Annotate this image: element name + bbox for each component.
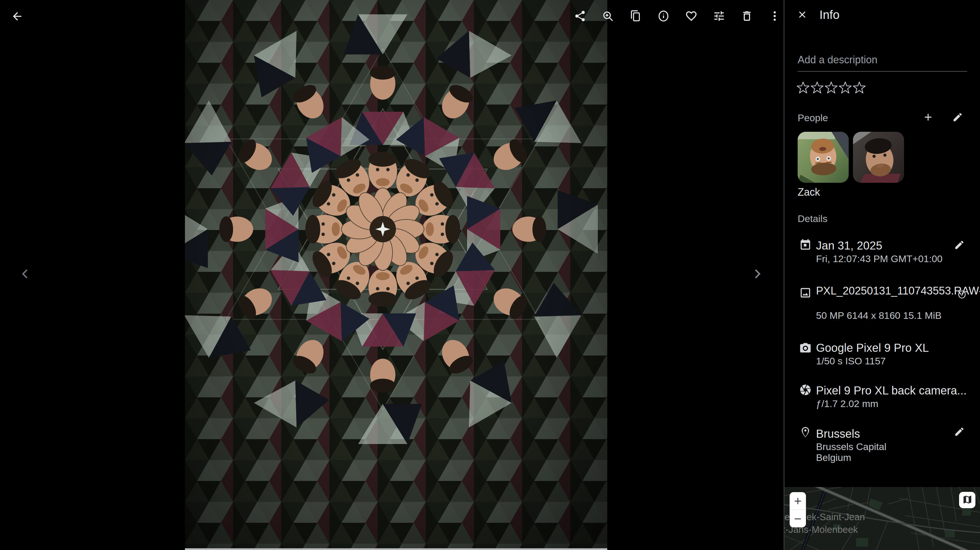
info-panel: Info People [784,0,980,550]
delete-icon [741,10,753,23]
back-button[interactable] [10,10,24,23]
close-icon [797,9,808,20]
file-specs-value: 50 MP 6144 x 8160 15.1 MiB [816,310,942,321]
edit-people-button[interactable] [951,110,964,124]
add-person-button[interactable] [921,110,935,124]
location-country-value: Belgium [816,452,851,463]
star-outline-icon[interactable] [825,81,838,96]
more-options-button[interactable] [768,10,781,23]
photo-toolbar [573,10,781,23]
exposure-value: 1/50 s ISO 1157 [816,355,886,367]
edit-location-button[interactable] [953,425,966,439]
pencil-icon [954,426,965,437]
description-input[interactable] [798,54,967,71]
close-info-button[interactable] [796,8,808,21]
zoom-in-icon [601,10,614,23]
location-map[interactable]: e ek-Saint-Jean t-Jans-Molenbeek + − [784,487,980,550]
lens-value: Pixel 9 Pro XL back camera... [816,384,967,397]
info-button[interactable] [657,10,670,23]
map-zoom-in-button[interactable]: + [790,492,806,510]
star-outline-icon[interactable] [797,81,810,96]
info-icon [957,290,967,299]
location-region-value: Brussels Capital [816,441,886,452]
tune-button[interactable] [712,10,726,23]
map-icon [962,495,972,506]
chevron-right-icon [750,267,764,281]
star-outline-icon[interactable] [853,81,866,96]
plus-icon [923,111,934,123]
star-outline-icon[interactable] [838,81,852,96]
map-mode-button[interactable] [959,492,975,508]
file-info-button[interactable] [956,289,967,300]
chevron-left-icon [18,267,32,281]
favorite-icon [685,10,698,23]
delete-button[interactable] [740,10,754,23]
edit-date-button[interactable] [953,238,966,252]
star-outline-icon[interactable] [811,81,824,96]
panel-title: Info [819,8,840,22]
tune-icon [713,10,725,23]
face-photo [853,132,904,183]
camera-model-value: Google Pixel 9 Pro XL [816,341,929,354]
more-vert-icon [768,10,781,23]
info-icon [657,10,670,23]
aperture-focal-value: ƒ/1.7 2.02 mm [816,398,878,409]
calendar-icon [799,239,812,252]
details-section-label: Details [798,213,827,224]
aperture-icon [799,384,812,397]
favorite-button[interactable] [684,10,698,23]
photo-kaleidoscope[interactable] [185,0,607,550]
copy-button[interactable] [629,10,643,23]
location-city-value: Brussels [816,427,860,440]
person-thumbnail[interactable] [853,132,904,183]
rating-stars [797,81,866,96]
previous-photo-button[interactable] [18,267,32,281]
location-icon [799,426,812,440]
pencil-icon [952,112,963,123]
date-value: Jan 31, 2025 [816,239,882,252]
arrow-back-icon [11,10,24,23]
share-button[interactable] [573,10,587,23]
date-time-value: Fri, 12:07:43 PM GMT+01:00 [816,253,942,265]
next-photo-button[interactable] [750,267,764,281]
share-icon [574,10,586,23]
photo-bottom-strip [185,548,607,550]
face-photo [798,132,849,183]
pencil-icon [954,239,965,250]
map-zoom-out-button[interactable]: − [790,510,806,527]
copy-icon [629,10,642,23]
map-zoom-control: + − [790,492,806,527]
photo-viewer-app: Info People [0,0,980,550]
filename-value: PXL_20250131_110743553.RAW-01.COVER.jpg [816,284,966,298]
person-name[interactable]: Zack [798,186,820,198]
map-label-line1: ek-Saint-Jean [807,512,865,523]
image-icon [799,287,812,300]
map-label-fragment: e [784,512,790,523]
camera-icon [799,341,812,355]
zoom-button[interactable] [601,10,615,23]
person-thumbnail-zack[interactable] [798,132,849,183]
people-section-label: People [798,112,828,124]
kaleidoscope-image [185,0,607,550]
